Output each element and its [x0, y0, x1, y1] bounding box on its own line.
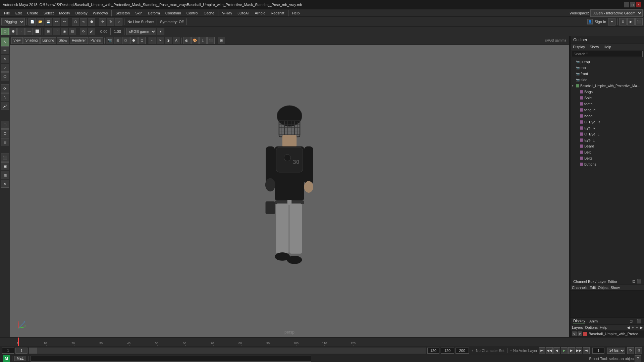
vp-xray-icon[interactable]: ⊡ — [138, 37, 146, 44]
scale-tool-left[interactable]: ⤢ — [1, 64, 9, 72]
vp-light-icon[interactable]: ☀ — [157, 37, 164, 44]
step-forward-btn[interactable]: ▶▶ — [576, 347, 582, 354]
close-button[interactable]: × — [636, 2, 641, 7]
options-submenu[interactable]: Options — [585, 325, 598, 330]
lasso-tool[interactable]: ∿ — [80, 18, 87, 25]
display-left-1[interactable]: ⊞ — [1, 121, 9, 129]
loop-btn[interactable]: ↻ — [627, 347, 634, 354]
next-frame-btn[interactable]: ▶ — [568, 347, 575, 354]
minimize-button[interactable]: − — [624, 2, 629, 7]
tree-item-bags[interactable]: Bags — [571, 89, 644, 95]
skip-to-end-btn[interactable]: ⏭ — [583, 347, 590, 354]
tree-item-top[interactable]: 📷 top — [571, 65, 644, 71]
workspace-dropdown[interactable]: XGen - Interactive Groom — [590, 9, 643, 17]
tree-item-side[interactable]: 📷 side — [571, 77, 644, 83]
display-left-3[interactable]: ⊟ — [1, 138, 9, 146]
display-left-5[interactable]: ▣ — [1, 162, 9, 170]
menu-file[interactable]: File — [1, 10, 13, 16]
layer-nav-back[interactable]: ◀ — [627, 325, 630, 330]
vp-lighting-menu[interactable]: Lighting — [40, 37, 56, 44]
vp-color-mgmt-icon[interactable]: 🎨 — [191, 37, 199, 44]
layer-v-toggle[interactable]: V — [572, 331, 577, 336]
tree-item-belts[interactable]: Belts — [571, 155, 644, 161]
status-lang-label[interactable]: MEL — [14, 356, 26, 361]
end-frame-input[interactable] — [427, 348, 439, 354]
rotate-tool-left[interactable]: ↻ — [1, 55, 9, 63]
vp-panels-menu[interactable]: Panels — [89, 37, 103, 44]
lasso-left[interactable]: ∿ — [1, 93, 9, 101]
menu-help[interactable]: Help — [289, 10, 303, 16]
menu-select[interactable]: Select — [41, 10, 57, 16]
scale-tool[interactable]: ⤢ — [115, 18, 122, 25]
vp-shading-menu[interactable]: Shading — [23, 37, 40, 44]
display-left-7[interactable]: ⊗ — [1, 180, 9, 188]
timeline-ruler[interactable]: 1 10 20 30 40 50 60 70 80 — [0, 337, 644, 346]
layer-row[interactable]: V P Baseball_Umpire_with_Protective_M... — [571, 331, 644, 337]
menu-windows[interactable]: Windows — [90, 10, 111, 16]
play-forward-btn[interactable]: ▶ — [561, 347, 568, 354]
step-back-btn[interactable]: ◀◀ — [546, 347, 553, 354]
tree-item-buttons[interactable]: buttons — [571, 161, 644, 167]
vp-camera-icon[interactable]: 📷 — [106, 37, 113, 44]
menu-deform[interactable]: Deform — [145, 10, 163, 16]
rotate-tool[interactable]: ↻ — [107, 18, 114, 25]
layer-p-toggle[interactable]: P — [578, 331, 582, 336]
outliner-search-input[interactable] — [572, 51, 643, 57]
display-tab[interactable]: Display — [573, 319, 585, 323]
vp-gate-icon[interactable]: ⬛ — [207, 37, 215, 44]
display-expand-icon[interactable]: ⊡ — [630, 319, 633, 323]
vp-smooth-icon[interactable]: ⬢ — [130, 37, 138, 44]
anim-end-input[interactable] — [455, 348, 469, 354]
layer-nav-add[interactable]: + — [632, 325, 634, 330]
color-space-dropdown[interactable]: sRGB gamma — [126, 28, 156, 35]
vp-exposure-icon[interactable]: ◐ — [183, 37, 191, 44]
tree-item-persp[interactable]: 📷 persp — [571, 59, 644, 65]
menu-modify[interactable]: Modify — [56, 10, 72, 16]
tree-expand-arrow[interactable]: ▾ — [572, 84, 576, 87]
save-btn[interactable]: 💾 — [45, 18, 52, 25]
tree-item-teeth[interactable]: teeth — [571, 101, 644, 107]
menu-skin[interactable]: Skin — [132, 10, 145, 16]
tree-item-ceye-l[interactable]: C_Eye_L — [571, 131, 644, 137]
new-btn[interactable]: 📄 — [29, 18, 36, 25]
vp-shadow-icon[interactable]: ◑ — [165, 37, 172, 44]
channel-expand-icon[interactable]: ⊡ — [632, 279, 635, 284]
layer-nav-forward[interactable]: ▶ — [640, 325, 643, 330]
vp-aa-icon[interactable]: A — [173, 37, 180, 44]
component-mode-btn[interactable]: ⬢ — [9, 28, 17, 35]
current-frame-input[interactable] — [15, 348, 28, 354]
vp-hud-icon[interactable]: ℹ — [199, 37, 207, 44]
tree-item-baseball-group[interactable]: ▾ Baseball_Umpire_with_Protective_Ma... — [571, 83, 644, 89]
display-left-6[interactable]: ▦ — [1, 171, 9, 179]
vp-isolate-icon[interactable]: ○ — [149, 37, 156, 44]
snap-point-btn[interactable]: ◉ — [61, 28, 68, 35]
fps-dropdown[interactable]: 24 fps 30 fps — [607, 348, 625, 354]
object-menu-item[interactable]: Object — [598, 286, 608, 290]
maximize-button[interactable]: □ — [630, 2, 635, 7]
soft-select-btn[interactable]: ⟳ — [80, 28, 87, 35]
timeline-track[interactable] — [29, 347, 426, 354]
render-settings-icon[interactable]: ⚙ — [619, 18, 627, 25]
snap-surface-btn[interactable]: ⊡ — [69, 28, 76, 35]
tree-item-sole[interactable]: Sole — [571, 95, 644, 101]
help-submenu[interactable]: Help — [600, 325, 607, 330]
universal-tool-left[interactable]: ⬡ — [1, 72, 9, 80]
vp-wireframe-icon[interactable]: ⬡ — [122, 37, 129, 44]
paint-tool[interactable]: ⬢ — [88, 18, 95, 25]
menu-redshift[interactable]: Redshift — [268, 10, 287, 16]
tree-item-beard[interactable]: Beard — [571, 143, 644, 149]
color-space-settings[interactable]: ▾ — [157, 28, 164, 35]
anim-tab[interactable]: Anim — [589, 319, 598, 323]
menu-cache[interactable]: Cache — [201, 10, 217, 16]
user-icon[interactable]: 👤 — [587, 19, 593, 24]
prev-frame-btn[interactable]: ◀ — [553, 347, 560, 354]
start-frame-input[interactable] — [2, 348, 14, 354]
menu-display[interactable]: Display — [73, 10, 90, 16]
channels-menu-item[interactable]: Channels — [572, 286, 587, 290]
render-region-btn[interactable]: ⬛ — [635, 18, 643, 25]
tree-item-ceye-r[interactable]: C_Eye_R — [571, 119, 644, 125]
tree-item-eye-l[interactable]: Eye_L — [571, 137, 644, 143]
vp-view-menu[interactable]: View — [11, 37, 23, 44]
menu-control[interactable]: Control — [184, 10, 201, 16]
layers-submenu[interactable]: Layers — [572, 325, 583, 330]
